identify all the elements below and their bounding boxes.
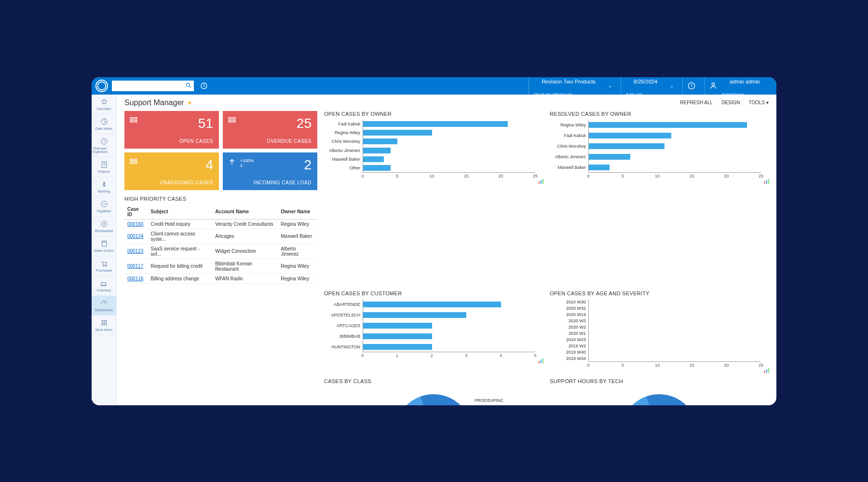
chart-settings-icon[interactable] <box>764 178 770 183</box>
date-selector[interactable]: 8/26/2024 8:50 AM ⌄ <box>621 77 678 95</box>
kpi-incoming-case-load[interactable]: +100% 2 2 INCOMING CASE LOAD <box>223 152 317 190</box>
col-account[interactable]: Account Name <box>212 205 278 220</box>
bar[interactable] <box>589 122 747 128</box>
bar[interactable] <box>589 133 671 138</box>
search-icon[interactable] <box>185 82 192 90</box>
high-priority-table: Case ID Subject Account Name Owner Name … <box>124 205 317 284</box>
table-row: 000117Request for billing creditBibimbab… <box>124 259 317 274</box>
help-button[interactable]: ? <box>682 77 700 95</box>
bar[interactable] <box>363 312 466 318</box>
kpi-label: UNASSIGNED CASES <box>130 180 213 185</box>
bar[interactable] <box>589 154 630 160</box>
page-header: Support Manager ★ REFRESH ALL DESIGN TOO… <box>124 98 769 107</box>
bar[interactable] <box>363 121 508 127</box>
donut-chart[interactable] <box>395 394 472 405</box>
bar[interactable] <box>363 156 384 162</box>
bar-label: Other <box>326 165 363 170</box>
bar[interactable] <box>363 344 432 350</box>
case-id-link[interactable]: 000116 <box>124 274 148 283</box>
col-subject[interactable]: Subject <box>148 205 212 220</box>
bar[interactable] <box>363 148 391 153</box>
chart-open-by-owner: OPEN CASES BY OWNER Fadi KabukRegina Wil… <box>324 111 543 284</box>
bar[interactable] <box>363 138 397 144</box>
svg-point-16 <box>102 285 103 286</box>
table-row: 000160Credit Hold inquiryVeracity Credit… <box>124 219 317 229</box>
axis-tick: 0 <box>361 174 364 179</box>
tools-button[interactable]: TOOLS ▾ <box>749 100 769 105</box>
sidebar-item-sales-orders[interactable]: Sales Orders <box>92 236 116 256</box>
sidebar-item-more-items[interactable]: More Items <box>92 316 116 335</box>
sidebar-item-payables[interactable]: Payables <box>92 197 116 217</box>
svg-point-18 <box>102 320 103 321</box>
company-selector[interactable]: Revision Two Products Products Wholesale… <box>529 77 617 95</box>
bar-label: Maxwell Baker <box>552 165 589 170</box>
svg-point-1 <box>186 83 190 86</box>
search-input[interactable] <box>114 83 185 89</box>
chart-settings-icon[interactable] <box>764 367 770 372</box>
bar-label: HUNTINGTON <box>326 344 363 349</box>
design-button[interactable]: DESIGN <box>721 100 740 105</box>
sidebar-item-favorites[interactable]: Favorites <box>92 95 116 114</box>
col-owner[interactable]: Owner Name <box>278 205 317 220</box>
bar[interactable] <box>363 130 432 136</box>
svg-point-20 <box>106 320 107 321</box>
favorite-star-icon[interactable]: ★ <box>187 99 192 106</box>
case-id-link[interactable]: 000123 <box>124 244 148 259</box>
bar-label: 2020 W19 <box>552 312 589 317</box>
favorites-icon <box>100 98 108 106</box>
axis-tick: 4 <box>500 353 502 358</box>
kpi-unassigned-cases[interactable]: 4 UNASSIGNED CASES <box>124 152 219 190</box>
svg-point-21 <box>102 322 103 323</box>
sidebar-item-receivables[interactable]: Receivables <box>92 217 116 236</box>
user-menu[interactable]: admin admin SalesDemo <box>704 77 773 95</box>
case-id-link[interactable]: 000117 <box>124 259 148 274</box>
user-role: SalesDemo <box>722 92 768 97</box>
chart-hours-by-tech: SUPPORT HOURS BY TECH Zaltana YoungAlber… <box>550 378 769 405</box>
bar[interactable] <box>589 165 610 170</box>
kpi-label: OPEN CASES <box>130 138 213 144</box>
finance-icon <box>100 161 108 168</box>
sidebar-item-time-expenses[interactable]: Time and Expenses <box>92 134 116 157</box>
axis-tick: 20 <box>724 363 729 368</box>
sidebar-item-dashboards[interactable]: Dashboards <box>92 296 116 316</box>
cell-subject: Billing address change <box>148 274 212 283</box>
svg-rect-29 <box>229 117 235 119</box>
svg-point-13 <box>103 265 104 266</box>
sidebar-item-purchases[interactable]: Purchases <box>92 256 116 276</box>
app-logo-icon[interactable] <box>95 80 108 92</box>
cell-account: Veracity Credit Consultants <box>212 219 278 229</box>
svg-line-2 <box>190 86 191 87</box>
bar[interactable] <box>363 333 432 339</box>
refresh-all-button[interactable]: REFRESH ALL <box>680 100 713 105</box>
search-input-wrap <box>112 81 194 91</box>
sidebar-item-inventory[interactable]: Inventory <box>92 276 116 296</box>
bar-label: 2020 W2 <box>552 325 589 330</box>
svg-point-19 <box>104 320 105 321</box>
bar[interactable] <box>363 302 501 307</box>
bar[interactable] <box>363 323 432 329</box>
kpi-overdue-cases[interactable]: 25 OVERDUE CASES <box>223 111 317 149</box>
case-id-link[interactable]: 000160 <box>124 219 148 229</box>
donut-chart[interactable] <box>621 394 698 405</box>
axis-tick: 10 <box>655 174 660 179</box>
axis-tick: 5 <box>622 363 624 368</box>
sidebar-item-finance[interactable]: Finance <box>92 157 116 177</box>
history-icon[interactable] <box>198 80 210 92</box>
bar[interactable] <box>363 165 391 171</box>
sidebar-item-label: Data Views <box>95 127 112 130</box>
case-id-link[interactable]: 000124 <box>124 229 148 244</box>
bar[interactable] <box>589 143 665 149</box>
col-case-id[interactable]: Case ID <box>124 205 148 220</box>
sidebar-item-banking[interactable]: Banking <box>92 177 116 197</box>
chart-settings-icon[interactable] <box>538 178 544 183</box>
sidebar-item-data-views[interactable]: Data Views <box>92 114 116 134</box>
chart-settings-icon[interactable] <box>538 357 544 363</box>
bar-label: 2018 W34 <box>552 356 589 361</box>
purchases-icon <box>100 260 108 267</box>
cases-icon <box>129 116 138 124</box>
svg-rect-30 <box>229 120 235 122</box>
svg-rect-41 <box>542 358 543 363</box>
bar-label: Maxwell Baker <box>326 157 363 162</box>
svg-rect-39 <box>539 361 540 363</box>
kpi-open-cases[interactable]: 51 OPEN CASES <box>124 111 219 149</box>
